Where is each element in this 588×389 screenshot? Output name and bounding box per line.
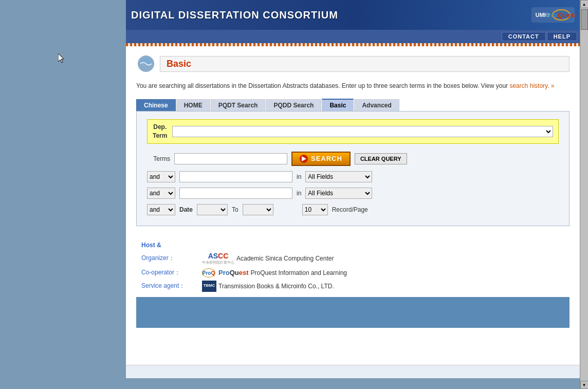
dep-term-select[interactable] <box>172 126 553 137</box>
to-label: To <box>232 206 238 213</box>
proquest-logo-text: ProQuest <box>546 11 577 19</box>
and-row-2: and in All Fields <box>147 188 559 199</box>
ascc-logo-area: ASCC 中央研究院計算中心 Academic Sinica Computing… <box>202 252 334 265</box>
ascc-full-text: Academic Sinica Computing Center <box>236 255 334 262</box>
dep-term-row: Dep. Term <box>147 119 559 144</box>
terms-input[interactable] <box>174 153 287 164</box>
tab-pqdd[interactable]: PQDD Search <box>266 99 321 111</box>
organizer-label: Organizer： <box>141 254 198 263</box>
contact-button[interactable]: CONTACT <box>502 32 546 41</box>
page-title-area: Basic <box>136 54 569 73</box>
in-label-2: in <box>297 190 301 197</box>
search-btn-icon <box>300 155 308 163</box>
page-title-bar: Basic <box>160 56 569 72</box>
tab-chinese[interactable]: Chinese <box>136 99 176 111</box>
tab-basic[interactable]: Basic <box>322 99 354 111</box>
tab-pqdt[interactable]: PQDT Search <box>211 99 266 111</box>
host-label: Host & <box>141 242 161 249</box>
app-title: DIGITAL DISSERTATION CONSORTIUM <box>131 9 338 21</box>
and-row-1: and in All Fields <box>147 171 559 182</box>
ascc-sub: 中央研究院計算中心 <box>202 260 234 265</box>
tab-advanced[interactable]: Advanced <box>354 99 399 111</box>
organizer-row: Organizer： ASCC 中央研究院計算中心 Academic Sinic… <box>141 252 564 265</box>
field-select-1[interactable]: All Fields <box>305 171 372 182</box>
record-page-label: Record/Page <box>332 206 368 213</box>
search-form: Dep. Term Terms SEARCH CLEAR QUERY <box>136 111 569 226</box>
in-label-1: in <box>297 173 301 180</box>
and-input-2[interactable] <box>179 188 292 199</box>
scrollbar[interactable]: ▲ ▼ <box>580 0 588 389</box>
description-part1: You are searching all dissertations in t… <box>136 82 508 89</box>
tabs-row: Chinese HOME PQDT Search PQDD Search Bas… <box>136 99 569 111</box>
proquest-full-text: ProQuest Information and Learning <box>251 269 347 276</box>
tbmc-full-text: Transmission Books & Microinfo Co., LTD. <box>218 283 334 290</box>
bottom-bar <box>126 365 580 378</box>
search-button[interactable]: SEARCH <box>291 152 351 166</box>
proquest-oval: ProQuest <box>552 9 571 21</box>
date-row: and Date To 10 Record/Page <box>147 204 559 215</box>
terms-label: Terms <box>147 155 170 162</box>
terms-row: Terms SEARCH CLEAR QUERY <box>147 152 559 166</box>
and-select-3[interactable]: and <box>147 204 175 215</box>
proquest-logo-area: ProQ ProQuest ProQuest Information and L… <box>202 268 347 277</box>
proqust-text: ProQuest <box>218 269 249 276</box>
scroll-down-arrow[interactable]: ▼ <box>580 381 589 389</box>
ascc-text: ASCC <box>208 252 229 260</box>
host-row: Host & <box>141 242 564 249</box>
header-logo: UMI® ProQuest <box>531 7 575 23</box>
service-row: Service agent： TBMC Transmission Books &… <box>141 281 564 292</box>
tbmc-logo-area: TBMC Transmission Books & Microinfo Co.,… <box>202 281 334 292</box>
cooperator-row: Co-operator： ProQ ProQuest ProQuest Info… <box>141 268 564 277</box>
blue-footer <box>136 297 569 328</box>
help-button[interactable]: HELP <box>547 32 577 41</box>
service-label: Service agent： <box>141 282 198 290</box>
field-select-2[interactable]: All Fields <box>305 188 372 199</box>
clear-query-button[interactable]: CLEAR QUERY <box>355 153 407 164</box>
content-area: Basic You are searching all dissertation… <box>126 46 580 365</box>
header: DIGITAL DISSERTATION CONSORTIUM UMI® Pro… <box>126 0 580 30</box>
cooperator-label: Co-operator： <box>141 268 198 277</box>
dep-term-label: Dep. Term <box>153 123 167 140</box>
date-to-select[interactable] <box>243 204 273 215</box>
date-label: Date <box>179 206 193 213</box>
page-title: Basic <box>167 59 191 69</box>
main-container: DIGITAL DISSERTATION CONSORTIUM UMI® Pro… <box>126 0 580 389</box>
footer-info: Host & Organizer： ASCC 中央研究院計算中心 Academi… <box>136 242 569 292</box>
play-icon <box>302 156 306 161</box>
and-select-2[interactable]: and <box>147 188 175 199</box>
description-text: You are searching all dissertations in t… <box>136 81 569 91</box>
and-select-1[interactable]: and <box>147 171 175 182</box>
scroll-thumb[interactable] <box>581 9 588 30</box>
nav-bar: CONTACT HELP <box>126 30 580 43</box>
date-from-select[interactable] <box>197 204 228 215</box>
and-input-1[interactable] <box>179 171 292 182</box>
search-label: SEARCH <box>311 155 342 162</box>
tbmc-box: TBMC <box>202 281 216 292</box>
record-per-page-select[interactable]: 10 <box>302 204 328 215</box>
tab-home[interactable]: HOME <box>176 99 210 111</box>
scroll-up-arrow[interactable]: ▲ <box>580 0 589 8</box>
proquest-circle: ProQ <box>202 268 215 277</box>
search-history-link[interactable]: search history. » <box>509 82 554 89</box>
ascc-logo: ASCC 中央研究院計算中心 <box>202 252 234 265</box>
page-title-icon <box>136 54 156 73</box>
left-panel <box>0 0 126 389</box>
proquest-circle-text: ProQ <box>203 270 215 275</box>
